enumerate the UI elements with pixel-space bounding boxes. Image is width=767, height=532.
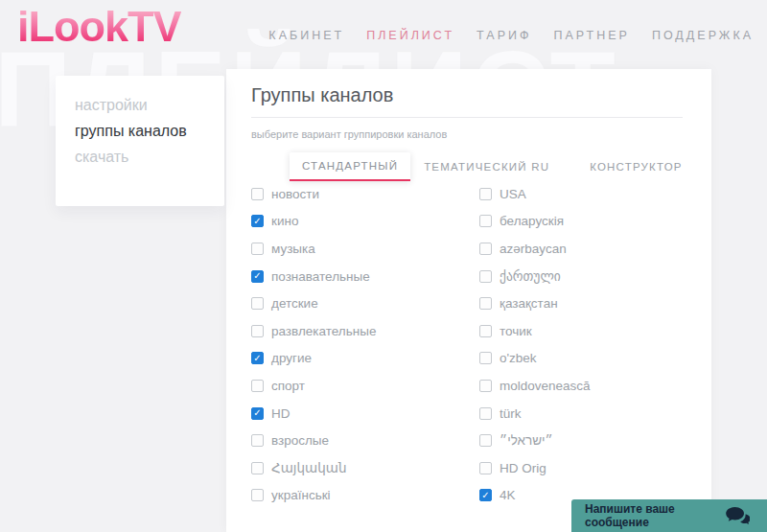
page-title: Группы каналов: [251, 84, 393, 106]
checkbox-unchecked[interactable]: [251, 188, 264, 200]
checkbox-checked[interactable]: ✓: [251, 270, 264, 283]
group-label: ״ישראלי״: [500, 433, 553, 448]
checkbox-unchecked[interactable]: [479, 380, 492, 392]
sidebar: настройкигруппы каналовскачать: [56, 76, 224, 206]
group-checkbox-row[interactable]: беларускія: [479, 208, 700, 236]
nav-item-кабинет[interactable]: КАБИНЕТ: [268, 29, 344, 42]
group-checkbox-row[interactable]: українські: [251, 482, 472, 510]
title-divider: [251, 117, 683, 118]
group-checkbox-row[interactable]: ״ישראלי״: [479, 427, 700, 454]
groups-column-left: новости✓киномузыка✓познавательныедетские…: [251, 180, 472, 509]
group-checkbox-row[interactable]: взрослые: [251, 427, 472, 454]
group-checkbox-row[interactable]: Հայկական: [251, 454, 472, 482]
group-checkbox-row[interactable]: қазақстан: [479, 289, 700, 317]
checkbox-unchecked[interactable]: [479, 297, 492, 310]
group-checkbox-row[interactable]: o'zbek: [479, 345, 700, 373]
top-nav: КАБИНЕТПЛЕЙЛИСТТАРИФПАРТНЕРПОДДЕРЖКА: [268, 29, 754, 42]
group-label: Հայկական: [271, 460, 346, 475]
group-label: беларускія: [500, 214, 564, 228]
group-label: türk: [500, 406, 522, 421]
group-checkbox-row[interactable]: точик: [479, 317, 700, 345]
nav-item-плейлист[interactable]: ПЛЕЙЛИСТ: [366, 29, 454, 42]
chat-widget[interactable]: Напишите ваше сообщение: [571, 499, 767, 532]
checkbox-unchecked[interactable]: [251, 325, 264, 337]
group-label: кино: [271, 214, 298, 228]
group-label: қазақстан: [500, 296, 558, 311]
group-checkbox-row[interactable]: moldovenească: [479, 372, 700, 400]
group-checkbox-row[interactable]: музыка: [251, 235, 472, 263]
sidebar-item-настройки[interactable]: настройки: [75, 97, 224, 113]
group-checkbox-row[interactable]: развлекательные: [251, 317, 472, 345]
group-checkbox-row[interactable]: USA: [479, 180, 700, 208]
grouping-tabs: СТАНДАРТНЫЙТЕМАТИЧЕСКИЙ RUКОНСТРУКТОР: [290, 152, 683, 181]
checkbox-checked[interactable]: ✓: [251, 352, 264, 364]
chat-widget-label: Напишите ваше сообщение: [585, 502, 726, 529]
checkbox-unchecked[interactable]: [479, 462, 492, 474]
checkbox-unchecked[interactable]: [479, 325, 492, 337]
checkbox-unchecked[interactable]: [251, 243, 264, 255]
checkbox-unchecked[interactable]: [479, 215, 492, 227]
header: iLookTV КАБИНЕТПЛЕЙЛИСТТАРИФПАРТНЕРПОДДЕ…: [0, 0, 767, 72]
group-label: USA: [500, 187, 526, 201]
checkbox-checked[interactable]: ✓: [251, 215, 264, 227]
group-checkbox-row[interactable]: türk: [479, 400, 700, 428]
checkbox-checked[interactable]: ✓: [251, 407, 264, 420]
group-checkbox-row[interactable]: ✓другие: [251, 345, 472, 373]
group-label: точик: [500, 324, 532, 338]
group-label: HD Orig: [500, 461, 546, 475]
checkbox-unchecked[interactable]: [251, 434, 264, 447]
group-checkbox-row[interactable]: детские: [251, 289, 472, 317]
group-label: azərbaycan: [500, 242, 567, 256]
group-checkbox-row[interactable]: новости: [251, 180, 472, 208]
checkbox-unchecked[interactable]: [251, 380, 264, 392]
group-checkbox-row[interactable]: спорт: [251, 372, 472, 400]
chat-bubbles-icon: [726, 507, 750, 525]
group-label: HD: [271, 406, 291, 421]
group-label: развлекательные: [271, 324, 376, 338]
checkbox-unchecked[interactable]: [479, 270, 492, 283]
group-checkbox-row[interactable]: azərbaycan: [479, 235, 700, 263]
checkbox-unchecked[interactable]: [479, 434, 492, 447]
checkbox-unchecked[interactable]: [479, 407, 492, 420]
group-label: o'zbek: [500, 351, 537, 365]
brand-logo[interactable]: iLookTV: [17, 2, 181, 52]
group-label: українські: [271, 488, 331, 502]
tab-2[interactable]: ТЕМАТИЧЕСКИЙ RU: [424, 161, 549, 173]
group-label: взрослые: [271, 433, 329, 448]
group-label: музыка: [271, 242, 315, 256]
tab-1[interactable]: СТАНДАРТНЫЙ: [290, 152, 410, 181]
nav-item-тариф[interactable]: ТАРИФ: [476, 29, 531, 42]
group-checkbox-row[interactable]: HD Orig: [479, 454, 700, 482]
group-label: moldovenească: [500, 379, 591, 393]
groups-column-right: USAбеларускіяazərbaycanქართულიқазақстант…: [479, 180, 700, 509]
group-label: 4K: [500, 488, 516, 502]
group-checkbox-row[interactable]: ✓кино: [251, 208, 472, 236]
sidebar-item-скачать[interactable]: скачать: [75, 149, 224, 165]
group-label: познавательные: [271, 269, 370, 284]
checkbox-unchecked[interactable]: [479, 188, 492, 200]
tab-3[interactable]: КОНСТРУКТОР: [590, 161, 683, 173]
channel-groups-panel: Группы каналов выберите вариант группиро…: [226, 69, 711, 532]
group-label: ქართული: [500, 268, 561, 284]
checkbox-checked[interactable]: ✓: [479, 489, 492, 501]
nav-item-поддержка[interactable]: ПОДДЕРЖКА: [652, 29, 754, 42]
group-label: спорт: [271, 379, 305, 393]
grouping-hint-label: выберите вариант группировки каналов: [251, 128, 447, 140]
checkbox-unchecked[interactable]: [251, 297, 264, 310]
checkbox-unchecked[interactable]: [251, 462, 264, 474]
group-label: другие: [271, 351, 312, 365]
sidebar-item-группы-каналов[interactable]: группы каналов: [75, 123, 224, 139]
nav-item-партнер[interactable]: ПАРТНЕР: [554, 29, 630, 42]
group-label: детские: [271, 296, 318, 311]
checkbox-unchecked[interactable]: [479, 352, 492, 364]
checkbox-unchecked[interactable]: [251, 489, 264, 501]
group-label: новости: [271, 187, 319, 201]
group-checkbox-row[interactable]: ქართული: [479, 263, 700, 290]
checkbox-unchecked[interactable]: [479, 243, 492, 255]
group-checkbox-row[interactable]: ✓HD: [251, 400, 472, 428]
group-checkbox-row[interactable]: ✓познавательные: [251, 263, 472, 290]
